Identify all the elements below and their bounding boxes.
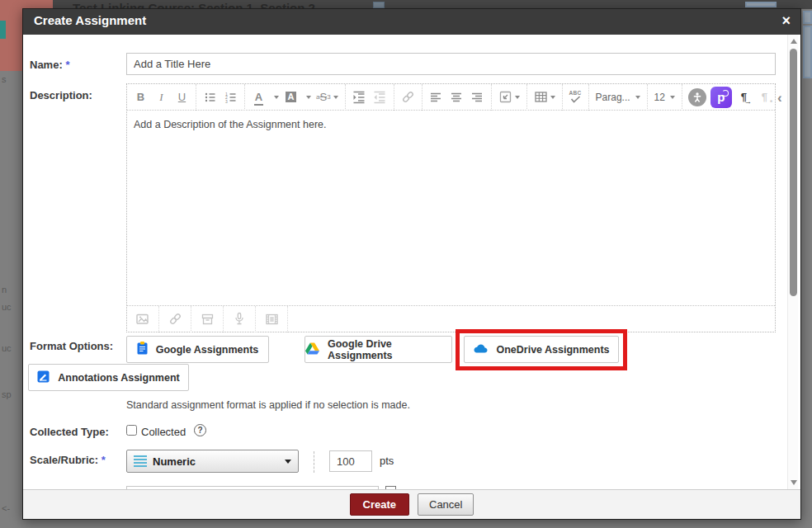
dialog-scrollbar[interactable] — [787, 35, 798, 489]
text-color-caret-icon[interactable] — [269, 87, 281, 108]
description-label: Description: — [30, 89, 92, 101]
collected-type-label: Collected Type: — [30, 426, 109, 438]
dialog-title: Create Assignment — [34, 13, 146, 27]
points-input[interactable] — [329, 450, 372, 472]
background-text-fragment: <- — [2, 503, 10, 513]
rtl-direction-icon[interactable]: ¶• — [754, 87, 775, 108]
annotations-assignment-button[interactable]: Annotations Assignment — [28, 364, 189, 391]
link-icon[interactable] — [398, 87, 418, 108]
onedrive-assignments-button[interactable]: OneDrive Assignments — [464, 336, 619, 363]
onedrive-cloud-icon — [473, 343, 488, 356]
scroll-down-icon[interactable] — [791, 480, 797, 485]
background-box-icon — [803, 26, 812, 78]
numbered-list-icon[interactable]: 123 — [220, 87, 241, 108]
archive-icon[interactable] — [191, 306, 224, 332]
description-editor-area[interactable]: Add a Description of the Assignment here… — [127, 111, 775, 304]
scrollbar-thumb[interactable] — [790, 49, 797, 296]
cancel-button[interactable]: Cancel — [418, 493, 474, 516]
format-note: Standard assignment format is applied if… — [126, 399, 410, 411]
paragraph-format-select[interactable]: Parag... — [592, 87, 644, 108]
google-assignments-button[interactable]: Google Assignments — [126, 336, 269, 363]
italic-button[interactable]: I — [151, 87, 172, 108]
create-button[interactable]: Create — [350, 493, 409, 516]
annotations-icon — [37, 370, 50, 385]
scale-rubric-label: Scale/Rubric: * — [30, 454, 106, 466]
spellcheck-icon[interactable]: ABC — [566, 87, 585, 108]
dialog-header: Create Assignment × — [23, 9, 800, 35]
popetech-accessibility-icon[interactable]: p — [709, 87, 734, 108]
google-drive-assignments-button[interactable]: Google Drive Assignments — [304, 336, 452, 363]
help-icon[interactable]: ? — [194, 424, 206, 436]
background-box-icon — [745, 2, 777, 7]
insert-media-icon[interactable] — [256, 306, 288, 332]
accessibility-checker-icon[interactable] — [686, 87, 709, 108]
record-audio-icon[interactable] — [224, 306, 256, 332]
close-icon[interactable]: × — [781, 12, 791, 29]
align-center-icon[interactable] — [446, 87, 467, 108]
align-right-icon[interactable] — [467, 87, 488, 108]
toolbar-collapse-icon[interactable]: ‹ — [777, 90, 782, 106]
background-text-fragment: uc — [2, 343, 12, 353]
chevron-down-icon — [285, 460, 291, 464]
table-icon[interactable] — [531, 87, 559, 108]
collected-checkbox-label: Collected — [141, 426, 186, 438]
indent-icon[interactable] — [349, 87, 370, 108]
background-color-caret-icon[interactable] — [301, 87, 313, 108]
name-label: Name: * — [30, 59, 69, 71]
background-title-icon — [373, 2, 385, 8]
bullet-list-icon[interactable] — [200, 87, 220, 108]
numeric-scale-icon — [134, 455, 147, 467]
background-box-icon — [803, 11, 812, 24]
text-color-button[interactable]: A — [248, 87, 269, 108]
underline-button[interactable]: U — [172, 87, 192, 108]
editor-toolbar: B I U 123 A A — [127, 84, 775, 111]
background-text-fragment: sp — [2, 389, 12, 399]
outdent-icon[interactable] — [370, 87, 390, 108]
rich-text-editor: B I U 123 A A — [126, 83, 776, 332]
background-text-fragment: uc — [2, 302, 12, 312]
insert-link-icon[interactable] — [159, 306, 191, 332]
name-input[interactable] — [126, 53, 776, 75]
format-options-label: Format Options: — [30, 340, 113, 352]
background-text-fragment: n — [2, 285, 7, 295]
align-left-icon[interactable] — [426, 87, 446, 108]
google-assignments-icon — [137, 342, 148, 357]
embed-content-icon[interactable] — [495, 87, 523, 108]
required-marker: * — [102, 454, 106, 466]
sub-superscript-button[interactable]: aS3 — [313, 87, 342, 108]
screen: Test Linking Course: Section 1, Section … — [0, 0, 812, 528]
insert-image-icon[interactable] — [127, 306, 159, 332]
font-size-select[interactable]: 12 — [651, 87, 678, 108]
collected-checkbox[interactable] — [126, 425, 137, 436]
required-marker: * — [65, 59, 69, 71]
google-drive-icon — [305, 342, 319, 357]
editor-plugin-bar — [127, 305, 775, 332]
divider — [314, 451, 314, 473]
background-color-button[interactable]: A — [281, 87, 301, 108]
points-unit-label: pts — [380, 455, 394, 467]
dialog-footer: Create Cancel — [23, 489, 800, 519]
svg-text:3: 3 — [225, 98, 228, 103]
background-text-fragment: s — [2, 74, 7, 84]
scale-rubric-select[interactable]: Numeric — [126, 450, 299, 473]
scroll-up-icon[interactable] — [791, 39, 797, 44]
ltr-direction-icon[interactable]: ¶→ — [734, 87, 754, 108]
background-accent-block — [0, 21, 6, 39]
create-assignment-dialog: Create Assignment × Name: * Description:… — [22, 8, 801, 520]
bold-button[interactable]: B — [130, 87, 151, 108]
